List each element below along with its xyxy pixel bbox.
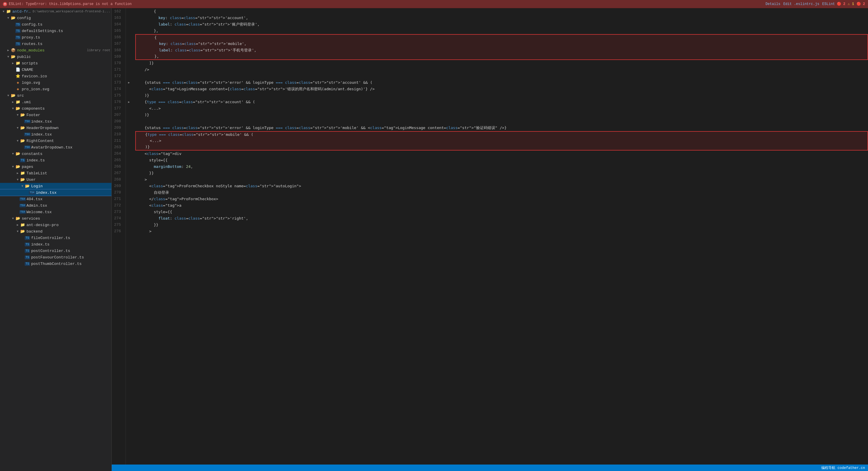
code-line: }, bbox=[135, 28, 868, 34]
sidebar-item-umi[interactable]: ▶ 📁 .umi bbox=[0, 99, 112, 105]
umi-icon: 📁 bbox=[15, 100, 21, 104]
warning-count: ⚠ 1 bbox=[848, 2, 854, 6]
logo-svg-label: logo.svg bbox=[22, 81, 110, 85]
sidebar-item-node-modules[interactable]: ▶ 📦 node_modules library root bbox=[0, 47, 112, 54]
proxy-label: proxy.ts bbox=[22, 35, 110, 40]
library-root-label: library root bbox=[87, 49, 110, 52]
sidebar-item-rightcontent[interactable]: ▼ 📂 RightContent bbox=[0, 137, 112, 144]
folder-icon: 📂 bbox=[10, 15, 16, 20]
sidebar-item-constants[interactable]: ▼ 📂 constants bbox=[0, 151, 112, 157]
rc-label: RightContent bbox=[27, 139, 110, 143]
be-icon: 📂 bbox=[20, 229, 25, 234]
sidebar-item-public[interactable]: ▼ 📂 public bbox=[0, 54, 112, 60]
error-actions[interactable]: Details Edit .eslintrc.js ESLint bbox=[765, 2, 835, 6]
services-label: services bbox=[22, 216, 110, 221]
sidebar-item-filecontroller[interactable]: TS fileController.ts bbox=[0, 234, 112, 241]
sidebar-item-pro-icon[interactable]: ◈ pro_icon.svg bbox=[0, 86, 112, 92]
pro-icon: ◈ bbox=[15, 87, 21, 91]
ts-icon: TS bbox=[20, 158, 25, 163]
sidebar-item-src[interactable]: ▼ 📂 src bbox=[0, 92, 112, 99]
main-layout: ▼ 📁 antd-frontend-init D:\webstrom_works… bbox=[0, 8, 868, 471]
cname-icon: 📄 bbox=[15, 67, 21, 72]
line-numbers: 1621631641651661671681691701711721731741… bbox=[112, 8, 126, 465]
code-lines[interactable]: { key: class=class="str">"str">'account'… bbox=[132, 8, 868, 465]
cname-label: CNAME bbox=[22, 68, 110, 72]
sidebar-item-footer[interactable]: ▼ 📂 Footer bbox=[0, 112, 112, 118]
code-line: marginBottom: 24, bbox=[135, 163, 868, 170]
404-label: 404.tsx bbox=[27, 197, 110, 201]
svg-icon: ◈ bbox=[15, 80, 21, 85]
sidebar-item-pages[interactable]: ▼ 📂 pages bbox=[0, 163, 112, 170]
sidebar-item-footer-index[interactable]: TSX index.tsx bbox=[0, 118, 112, 125]
sidebar-item-config-ts[interactable]: TS config.ts bbox=[0, 21, 112, 28]
node-icon: 📦 bbox=[10, 48, 16, 53]
ts-icon: TS bbox=[25, 236, 30, 240]
eslint-link[interactable]: ESLint bbox=[822, 2, 835, 6]
sidebar-item-admin[interactable]: TSX Admin.tsx bbox=[0, 202, 112, 209]
sidebar-item-hd-index[interactable]: TSX index.tsx bbox=[0, 131, 112, 137]
code-line: {type === class=class="str">"str">'mobil… bbox=[135, 131, 868, 137]
editor-content[interactable]: 1621631641651661671681691701711721731741… bbox=[112, 8, 868, 465]
sidebar-item-be-index[interactable]: TS index.ts bbox=[0, 241, 112, 248]
ts-icon: TS bbox=[15, 41, 21, 46]
sidebar-item-proxy[interactable]: TS proxy.ts bbox=[0, 34, 112, 40]
project-icon: 📁 bbox=[6, 9, 11, 14]
sidebar-item-scripts[interactable]: ▶ 📁 scripts bbox=[0, 60, 112, 66]
code-line: { bbox=[135, 8, 868, 15]
sidebar-item-404[interactable]: TSX 404.tsx bbox=[0, 196, 112, 202]
public-label: public bbox=[17, 55, 110, 59]
tl-arrow: ▶ bbox=[15, 171, 20, 175]
code-line: float: class=class="str">"str">'right', bbox=[135, 215, 868, 222]
code-line: }} bbox=[135, 170, 868, 177]
error-text: ESLint: TypeError: this.libOptions.parse… bbox=[9, 2, 764, 6]
error-count: 🔴 2 bbox=[837, 2, 845, 6]
rc-arrow: ▼ bbox=[15, 139, 20, 143]
sidebar-item-constants-index[interactable]: TS index.ts bbox=[0, 157, 112, 163]
favicon-icon: ⭐ bbox=[15, 74, 21, 78]
const-icon: 📂 bbox=[15, 151, 21, 156]
sidebar-item-cname[interactable]: 📄 CNAME bbox=[0, 66, 112, 73]
ts-icon: TS bbox=[25, 242, 30, 247]
sidebar-item-user[interactable]: ▼ 📂 User bbox=[0, 177, 112, 183]
sidebar-item-postfavourcontroller[interactable]: TS postFavourController.ts bbox=[0, 254, 112, 260]
sidebar-item-logo-svg[interactable]: ◈ logo.svg bbox=[0, 80, 112, 86]
login-index-label: index.tsx bbox=[36, 190, 110, 195]
comp-arrow: ▼ bbox=[10, 107, 15, 110]
footer-arrow: ▼ bbox=[15, 114, 20, 117]
sidebar-item-headerdropdown[interactable]: ▼ 📂 HeaderDropdown bbox=[0, 125, 112, 131]
sidebar-item-login[interactable]: ▼ 📂 Login bbox=[0, 183, 112, 189]
pro-icon-label: pro_icon.svg bbox=[22, 87, 110, 91]
postcontroller-label: postController.ts bbox=[31, 249, 110, 253]
footer-icon: 📂 bbox=[20, 113, 25, 117]
code-line: > bbox=[135, 177, 868, 183]
sidebar-item-login-index[interactable]: TSX index.tsx bbox=[0, 189, 112, 196]
sidebar-item-config[interactable]: ▼ 📂 config bbox=[0, 15, 112, 21]
sidebar-item-tablelist[interactable]: ▶ 📁 TableList bbox=[0, 170, 112, 177]
details-link[interactable]: Details bbox=[765, 2, 780, 6]
footer-index-label: index.tsx bbox=[31, 119, 110, 124]
sidebar-item-welcome[interactable]: TSX Welcome.tsx bbox=[0, 209, 112, 215]
welcome-label: Welcome.tsx bbox=[27, 210, 110, 214]
sidebar-item-postthumbcontroller[interactable]: TS postThumbController.ts bbox=[0, 260, 112, 267]
scripts-arrow: ▶ bbox=[10, 61, 15, 65]
sidebar-item-services[interactable]: ▼ 📂 services bbox=[0, 215, 112, 222]
sidebar-item-defaultsettings[interactable]: TS defaultSettings.ts bbox=[0, 28, 112, 34]
project-root[interactable]: ▼ 📁 antd-frontend-init D:\webstrom_works… bbox=[0, 8, 112, 15]
sidebar-item-favicon[interactable]: ⭐ favicon.ico bbox=[0, 73, 112, 80]
pub-arrow: ▼ bbox=[6, 55, 10, 59]
file-tree[interactable]: ▼ 📁 antd-frontend-init D:\webstrom_works… bbox=[0, 8, 112, 471]
edit-eslint-link[interactable]: Edit .eslintrc.js bbox=[783, 2, 819, 6]
code-line bbox=[135, 118, 868, 125]
code-line: )} bbox=[135, 92, 868, 99]
nm-arrow: ▶ bbox=[6, 49, 10, 52]
sidebar-item-backend[interactable]: ▼ 📂 backend bbox=[0, 228, 112, 234]
tsx-icon: TSX bbox=[25, 132, 30, 137]
sidebar-item-routes[interactable]: TS routes.ts bbox=[0, 40, 112, 47]
code-line: label: class=class="str">"str">'手机号登录', bbox=[135, 47, 868, 54]
sidebar-item-avatardropdown[interactable]: TSX AvatarDropdown.tsx bbox=[0, 144, 112, 151]
sidebar-item-antdesignpro[interactable]: ▶ 📁 ant-design-pro bbox=[0, 222, 112, 228]
tsx-icon: TSX bbox=[25, 119, 30, 124]
user-label: User bbox=[27, 178, 110, 182]
sidebar-item-postcontroller[interactable]: TS postController.ts bbox=[0, 248, 112, 254]
sidebar-item-components[interactable]: ▼ 📂 components bbox=[0, 105, 112, 112]
